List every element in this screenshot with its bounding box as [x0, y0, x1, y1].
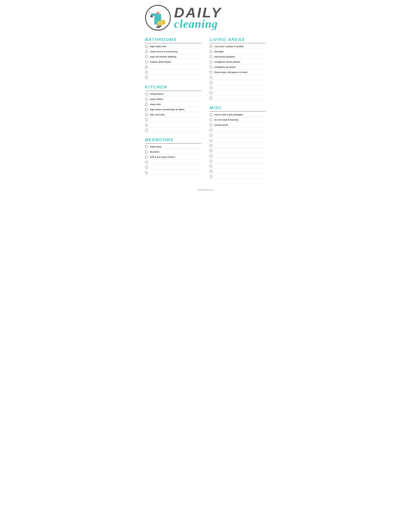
list-item[interactable] [145, 160, 201, 165]
list-item[interactable] [210, 85, 266, 90]
checkbox-circle[interactable] [145, 171, 148, 174]
checkbox-circle[interactable] [210, 144, 212, 147]
list-item[interactable] [145, 165, 201, 170]
checkbox-circle[interactable] [210, 50, 212, 53]
list-item[interactable] [145, 127, 201, 133]
list-item[interactable] [145, 122, 201, 127]
checkbox-circle[interactable] [145, 55, 148, 58]
section-divider-kitchen [145, 91, 201, 91]
list-item[interactable] [145, 69, 201, 75]
list-item[interactable]: wipe toilet seat [145, 44, 201, 49]
checkbox-circle[interactable] [145, 166, 148, 169]
list-item[interactable]: clean mirror & countertop [145, 49, 201, 54]
checkbox-circle[interactable] [210, 124, 212, 126]
item-text: make beds [150, 145, 161, 148]
checkbox-circle[interactable] [145, 108, 148, 111]
checkbox-circle[interactable] [145, 76, 148, 79]
checkbox-circle[interactable] [210, 60, 212, 63]
checkbox-circle[interactable] [210, 149, 212, 152]
checkbox-circle[interactable] [210, 86, 212, 89]
list-item[interactable] [210, 127, 266, 133]
list-item[interactable]: straighten throw pillows [210, 59, 266, 64]
checkbox-circle[interactable] [210, 175, 212, 178]
list-item[interactable]: fold & put away clothes [145, 154, 201, 160]
checkbox-circle[interactable] [210, 55, 212, 58]
list-item[interactable]: straighten up desks [210, 64, 266, 69]
list-item[interactable] [210, 143, 266, 148]
item-text: wipe down countertops & tables [150, 108, 185, 111]
checkbox-circle[interactable] [145, 45, 148, 48]
checkbox-circle[interactable] [210, 118, 212, 121]
checkbox-circle[interactable] [210, 91, 212, 94]
list-item[interactable] [210, 90, 266, 95]
item-text: sweep floors [150, 93, 164, 95]
checkbox-circle[interactable] [210, 113, 212, 116]
checkbox-circle[interactable] [210, 71, 212, 74]
list-item[interactable] [210, 133, 266, 138]
checkbox-circle[interactable] [210, 154, 212, 157]
checkbox-circle[interactable] [145, 60, 148, 63]
checkbox-circle[interactable] [210, 45, 212, 48]
section-bedrooms: BEDROOMSmake bedsdeclutterfold & put awa… [145, 137, 201, 175]
checkbox-circle[interactable] [210, 76, 212, 79]
checkbox-circle[interactable] [145, 129, 148, 132]
list-item[interactable] [210, 80, 266, 85]
checkbox-circle[interactable] [210, 139, 212, 142]
list-item[interactable] [210, 95, 266, 100]
checkbox-circle[interactable] [145, 124, 148, 126]
checkbox-circle[interactable] [145, 98, 148, 101]
left-column: BATHROOMSwipe toilet seatclean mirror & … [145, 37, 201, 184]
checkbox-circle[interactable] [145, 66, 148, 68]
checkbox-circle[interactable] [145, 118, 148, 121]
checkbox-circle[interactable] [210, 96, 212, 99]
checkbox-circle[interactable] [145, 103, 148, 106]
list-item[interactable]: declutter [145, 149, 201, 154]
section-title-living-areas: LIVING AREAS [210, 37, 266, 42]
list-item[interactable]: wipe down countertops & tables [145, 107, 201, 112]
list-item[interactable] [145, 64, 201, 69]
list-item[interactable] [145, 117, 201, 122]
checkbox-circle[interactable] [210, 165, 212, 168]
checkbox-circle[interactable] [145, 93, 148, 95]
list-item[interactable]: clean sink [145, 102, 201, 107]
list-item[interactable] [210, 75, 266, 80]
checkbox-circle[interactable] [145, 71, 148, 74]
list-item[interactable]: sweep porch [210, 122, 266, 127]
list-item[interactable]: declutter [210, 49, 266, 54]
checkbox-circle[interactable] [210, 170, 212, 173]
checkbox-circle[interactable] [210, 66, 212, 68]
checkbox-circle[interactable] [210, 160, 212, 162]
list-item[interactable]: take out trash [145, 112, 201, 117]
list-item[interactable] [145, 75, 201, 80]
list-item[interactable]: wipe off shower /bathtub [145, 54, 201, 59]
checkbox-circle[interactable] [145, 150, 148, 153]
list-item[interactable] [210, 163, 266, 169]
list-item[interactable]: check mail & get packages [210, 112, 266, 117]
svg-point-8 [158, 22, 159, 23]
list-item[interactable]: sweep floors [145, 91, 201, 96]
checkbox-circle[interactable] [210, 129, 212, 132]
list-item[interactable] [145, 170, 201, 175]
list-item[interactable] [210, 174, 266, 179]
list-item[interactable] [210, 138, 266, 143]
item-text: clean sink [150, 103, 161, 105]
list-item[interactable] [210, 158, 266, 163]
checkbox-circle[interactable] [210, 134, 212, 137]
list-item[interactable]: wash dishes [145, 96, 201, 102]
checkbox-circle[interactable] [145, 156, 148, 159]
checkbox-circle[interactable] [145, 50, 148, 53]
list-item[interactable] [210, 153, 266, 158]
list-item[interactable]: do one load of laundry [210, 117, 266, 122]
checkbox-circle[interactable] [145, 145, 148, 148]
section-misc: MISC.check mail & get packagesdo one loa… [210, 105, 266, 179]
checkbox-circle[interactable] [145, 161, 148, 164]
list-item[interactable] [210, 169, 266, 174]
list-item[interactable]: replace dirty towels [145, 59, 201, 64]
list-item[interactable]: vaccuum / sweep if needed [210, 44, 266, 49]
list-item[interactable] [210, 148, 266, 153]
checkbox-circle[interactable] [145, 113, 148, 116]
list-item[interactable]: fold throw blankets [210, 54, 266, 59]
list-item[interactable]: throw away old papers & notes [210, 69, 266, 75]
checkbox-circle[interactable] [210, 81, 212, 84]
list-item[interactable]: make beds [145, 144, 201, 149]
